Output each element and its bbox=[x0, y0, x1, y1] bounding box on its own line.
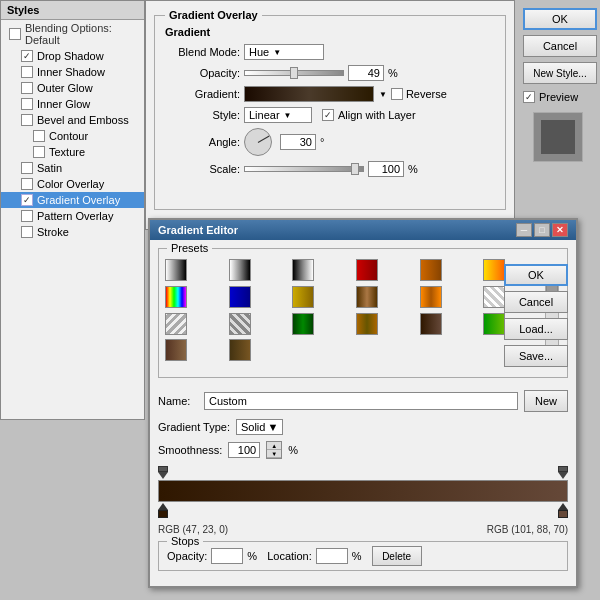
contour-checkbox[interactable] bbox=[33, 130, 45, 142]
location-input[interactable] bbox=[316, 548, 348, 564]
preview-checkbox[interactable] bbox=[523, 91, 535, 103]
pattern-overlay-checkbox[interactable] bbox=[21, 210, 33, 222]
stepper-down[interactable]: ▼ bbox=[267, 450, 281, 458]
stop-triangle bbox=[558, 472, 568, 479]
preset-swatch[interactable] bbox=[229, 339, 251, 361]
color-stop-left[interactable] bbox=[158, 503, 168, 518]
sidebar-item-pattern-overlay[interactable]: Pattern Overlay bbox=[1, 208, 144, 224]
preset-swatch[interactable] bbox=[165, 286, 187, 308]
smoothness-stepper[interactable]: ▲ ▼ bbox=[266, 441, 282, 459]
preset-swatch[interactable] bbox=[292, 313, 314, 335]
cancel-button[interactable]: Cancel bbox=[523, 35, 597, 57]
name-input[interactable] bbox=[204, 392, 518, 410]
angle-dial[interactable] bbox=[244, 128, 272, 156]
blend-mode-row: Blend Mode: Hue ▼ bbox=[165, 44, 495, 60]
scale-label: Scale: bbox=[165, 163, 240, 175]
opacity-stop-left[interactable] bbox=[158, 466, 168, 480]
preset-swatch[interactable] bbox=[356, 259, 378, 281]
sidebar-item-color-overlay[interactable]: Color Overlay bbox=[1, 176, 144, 192]
smoothness-input[interactable] bbox=[228, 442, 260, 458]
blending-options-checkbox[interactable] bbox=[9, 28, 21, 40]
right-buttons-panel: OK Cancel New Style... Preview bbox=[515, 0, 600, 174]
ok-button[interactable]: OK bbox=[523, 8, 597, 30]
preset-swatch[interactable] bbox=[420, 286, 442, 308]
stop-triangle bbox=[158, 472, 168, 479]
preset-swatch[interactable] bbox=[483, 286, 505, 308]
sidebar-item-inner-glow[interactable]: Inner Glow bbox=[1, 96, 144, 112]
inner-shadow-checkbox[interactable] bbox=[21, 66, 33, 78]
preset-swatch[interactable] bbox=[165, 339, 187, 361]
color-stop-right[interactable] bbox=[558, 503, 568, 518]
preset-swatch[interactable] bbox=[420, 259, 442, 281]
stepper-up[interactable]: ▲ bbox=[267, 442, 281, 450]
bevel-emboss-checkbox[interactable] bbox=[21, 114, 33, 126]
sidebar-item-satin[interactable]: Satin bbox=[1, 160, 144, 176]
preset-swatch[interactable] bbox=[229, 259, 251, 281]
color-overlay-checkbox[interactable] bbox=[21, 178, 33, 190]
outer-glow-checkbox[interactable] bbox=[21, 82, 33, 94]
preset-swatch[interactable] bbox=[483, 259, 505, 281]
sidebar-item-bevel-emboss[interactable]: Bevel and Emboss bbox=[1, 112, 144, 128]
style-select[interactable]: Linear ▼ bbox=[244, 107, 312, 123]
minimize-button[interactable]: ─ bbox=[516, 223, 532, 237]
texture-checkbox[interactable] bbox=[33, 146, 45, 158]
opacity-unit: % bbox=[388, 67, 398, 79]
sidebar-item-drop-shadow[interactable]: Drop Shadow bbox=[1, 48, 144, 64]
preset-swatch[interactable] bbox=[229, 313, 251, 335]
preset-swatch[interactable] bbox=[229, 286, 251, 308]
scale-input[interactable] bbox=[368, 161, 404, 177]
close-button[interactable]: ✕ bbox=[552, 223, 568, 237]
sidebar-item-blending-options[interactable]: Blending Options: Default bbox=[1, 20, 144, 48]
gradient-overlay-checkbox[interactable] bbox=[21, 194, 33, 206]
angle-unit: ° bbox=[320, 136, 324, 148]
scale-slider[interactable] bbox=[244, 166, 364, 172]
sidebar-item-inner-shadow[interactable]: Inner Shadow bbox=[1, 64, 144, 80]
preset-swatch[interactable] bbox=[292, 286, 314, 308]
angle-input[interactable] bbox=[280, 134, 316, 150]
delete-button[interactable]: Delete bbox=[372, 546, 422, 566]
color-stop-triangle bbox=[558, 503, 568, 510]
ge-ok-button[interactable]: OK bbox=[504, 264, 568, 286]
ge-new-button[interactable]: New bbox=[524, 390, 568, 412]
style-label: Style: bbox=[165, 109, 240, 121]
gradient-preview-swatch[interactable] bbox=[244, 86, 374, 102]
stroke-checkbox[interactable] bbox=[21, 226, 33, 238]
preset-swatch[interactable] bbox=[356, 313, 378, 335]
opacity-stops-input[interactable] bbox=[211, 548, 243, 564]
opacity-slider[interactable] bbox=[244, 70, 344, 76]
reverse-checkbox[interactable] bbox=[391, 88, 403, 100]
ge-cancel-button[interactable]: Cancel bbox=[504, 291, 568, 313]
gradient-dropdown-arrow[interactable]: ▼ bbox=[379, 90, 387, 99]
satin-checkbox[interactable] bbox=[21, 162, 33, 174]
color-stop-triangle bbox=[158, 503, 168, 510]
sidebar-item-stroke[interactable]: Stroke bbox=[1, 224, 144, 240]
gradient-type-row: Gradient Type: Solid ▼ bbox=[150, 416, 576, 438]
opacity-stop-right[interactable] bbox=[558, 466, 568, 480]
maximize-button[interactable]: □ bbox=[534, 223, 550, 237]
new-style-button[interactable]: New Style... bbox=[523, 62, 597, 84]
gradient-type-select[interactable]: Solid ▼ bbox=[236, 419, 283, 435]
ge-save-button[interactable]: Save... bbox=[504, 345, 568, 367]
preset-swatch[interactable] bbox=[483, 313, 505, 335]
sidebar-item-contour[interactable]: Contour bbox=[1, 128, 144, 144]
preset-swatch[interactable] bbox=[165, 313, 187, 335]
gradient-editor-dialog: Gradient Editor ─ □ ✕ Presets bbox=[148, 218, 578, 588]
ge-load-button[interactable]: Load... bbox=[504, 318, 568, 340]
blend-mode-select[interactable]: Hue ▼ bbox=[244, 44, 324, 60]
gradient-row: Gradient: ▼ Reverse bbox=[165, 86, 495, 102]
preset-swatch[interactable] bbox=[420, 313, 442, 335]
preset-swatch[interactable] bbox=[292, 259, 314, 281]
preset-swatch[interactable] bbox=[165, 259, 187, 281]
stops-row: Opacity: % Location: % Delete bbox=[167, 546, 559, 566]
gradient-main-bar[interactable] bbox=[158, 480, 568, 502]
preset-swatch[interactable] bbox=[356, 286, 378, 308]
sidebar-item-gradient-overlay[interactable]: Gradient Overlay bbox=[1, 192, 144, 208]
drop-shadow-checkbox[interactable] bbox=[21, 50, 33, 62]
opacity-input[interactable] bbox=[348, 65, 384, 81]
rgb-right-label: RGB (101, 88, 70) bbox=[487, 524, 568, 535]
align-layer-checkbox[interactable] bbox=[322, 109, 334, 121]
sidebar-item-outer-glow[interactable]: Outer Glow bbox=[1, 80, 144, 96]
rgb-left-label: RGB (47, 23, 0) bbox=[158, 524, 228, 535]
inner-glow-checkbox[interactable] bbox=[21, 98, 33, 110]
sidebar-item-texture[interactable]: Texture bbox=[1, 144, 144, 160]
